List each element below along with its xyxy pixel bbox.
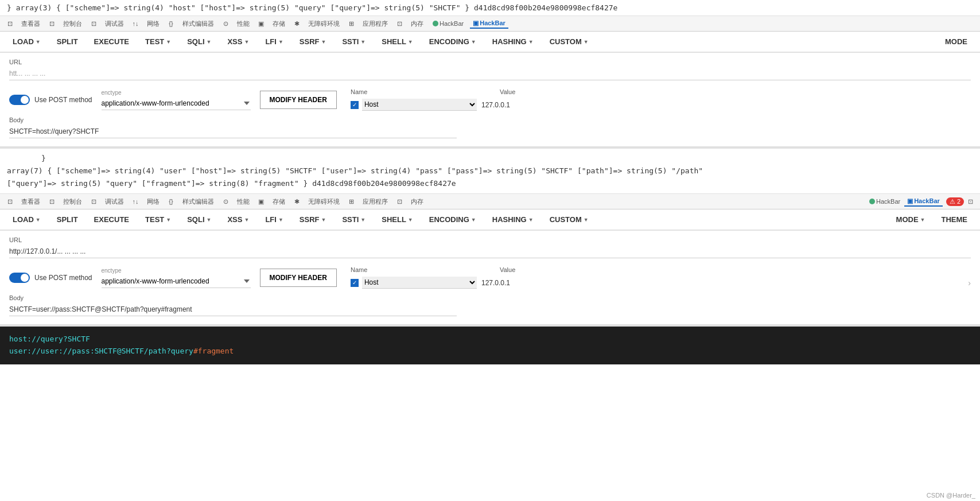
menu-ssti2[interactable]: SSTI ▼ (334, 209, 374, 230)
toggle-label1: Use POST method (34, 96, 92, 104)
menu-encoding1[interactable]: ENCODING ▼ (421, 32, 484, 52)
style-btn[interactable]: 样式编辑器 (180, 19, 217, 29)
body-input2[interactable] (9, 303, 457, 316)
menu-load2[interactable]: LOAD ▼ (5, 209, 49, 230)
viewer-icon2[interactable]: ⊡ (5, 196, 15, 207)
barrier-btn[interactable]: 无障碍环境 (305, 19, 343, 29)
header-table2: Name Value Host 127.0.0.1 › (351, 266, 971, 289)
hackbar-icon-wrap[interactable]: HackBar (430, 20, 466, 28)
chevron-right-icon[interactable]: › (968, 278, 971, 288)
header-row1: Host 127.0.0.1 (351, 99, 971, 111)
menu-mode1[interactable]: MODE (937, 32, 975, 52)
url-input1[interactable] (9, 67, 971, 80)
debug-btn[interactable]: 调试器 (102, 19, 127, 29)
viewer-btn2[interactable]: 查看器 (18, 197, 43, 207)
menu-custom2[interactable]: CUSTOM ▼ (542, 209, 597, 230)
debug-btn2[interactable]: 调试器 (102, 197, 127, 207)
debug-icon[interactable]: ⊡ (88, 18, 99, 29)
hackbar-btn2[interactable]: HackBar (866, 197, 903, 205)
hackbar-active-btn1[interactable]: ▣ HackBar (470, 19, 508, 29)
apps-btn[interactable]: 应用程序 (360, 19, 391, 29)
hackbar-dot2 (869, 199, 875, 204)
url-input2[interactable] (9, 245, 971, 258)
menu-shell2[interactable]: SHELL ▼ (374, 209, 421, 230)
menu-shell1[interactable]: SHELL ▼ (374, 32, 421, 52)
storage-btn[interactable]: 存储 (270, 19, 288, 29)
network-btn[interactable]: 网络 (144, 19, 162, 29)
menu-split2[interactable]: SPLIT (49, 209, 86, 230)
memory-btn[interactable]: 内存 (408, 19, 426, 29)
storage-icon2[interactable]: ▣ (256, 196, 266, 207)
toolbar2: ⊡ 查看器 ⊡ 控制台 ⊡ 调试器 ↑↓ 网络 {} 样式编辑器 ⊙ 性能 ▣ … (0, 194, 980, 209)
memory-btn2[interactable]: 内存 (408, 197, 426, 207)
menu-load1[interactable]: LOAD ▼ (5, 32, 49, 52)
host-checkbox1[interactable] (351, 101, 359, 109)
panel-icon2[interactable]: ⊡ (965, 196, 975, 207)
menu-ssti1[interactable]: SSTI ▼ (334, 32, 374, 52)
modify-header-btn1[interactable]: MODIFY HEADER (260, 91, 337, 109)
viewer-icon[interactable]: ⊡ (5, 18, 15, 29)
control-icon2[interactable]: ⊡ (46, 196, 57, 207)
style-icon[interactable]: {} (166, 18, 176, 29)
barrier-btn2[interactable]: 无障碍环境 (305, 197, 343, 207)
perf-btn2[interactable]: 性能 (234, 197, 252, 207)
memory-icon[interactable]: ⊡ (394, 18, 405, 29)
menu-ssrf2[interactable]: SSRF ▼ (291, 209, 335, 230)
menu-theme2[interactable]: THEME (934, 209, 976, 230)
menu-ssrf1[interactable]: SSRF ▼ (291, 32, 335, 52)
body-label1: Body (9, 116, 971, 123)
code-line2-start: user://user://pass:SHCTF@SHCTF/path?quer… (9, 347, 193, 355)
control-btn2[interactable]: 控制台 (60, 197, 85, 207)
perf-icon2[interactable]: ⊙ (220, 196, 231, 207)
style-btn2[interactable]: 样式编辑器 (180, 197, 217, 207)
menu-execute1[interactable]: EXECUTE (86, 32, 137, 52)
enctype-label1: enctype (102, 90, 251, 96)
control-btn[interactable]: 控制台 (60, 19, 85, 29)
menu-hashing1[interactable]: HASHING ▼ (484, 32, 542, 52)
enctype-select2[interactable]: application/x-www-form-urlencoded (102, 275, 251, 288)
menu-hashing2[interactable]: HASHING ▼ (484, 209, 542, 230)
barrier-icon2[interactable]: ✱ (291, 196, 302, 207)
apps-icon2[interactable]: ⊞ (346, 196, 356, 207)
menubar1: LOAD ▼ SPLIT EXECUTE TEST ▼ SQLI ▼ XSS ▼… (0, 32, 980, 53)
network-btn2[interactable]: 网络 (144, 197, 162, 207)
network-icon2[interactable]: ↑↓ (130, 196, 141, 207)
style-icon2[interactable]: {} (166, 196, 176, 207)
debug-icon2[interactable]: ⊡ (88, 196, 99, 207)
body-input1[interactable] (9, 125, 457, 138)
storage-icon[interactable]: ▣ (256, 18, 266, 29)
host-select2[interactable]: Host (362, 277, 477, 289)
menu-encoding2[interactable]: ENCODING ▼ (421, 209, 484, 230)
apps-icon[interactable]: ⊞ (346, 18, 356, 29)
network-icon[interactable]: ↑↓ (130, 18, 141, 29)
menu-sqli1[interactable]: SQLI ▼ (179, 32, 219, 52)
menu-split1[interactable]: SPLIT (49, 32, 86, 52)
menu-sqli2[interactable]: SQLI ▼ (179, 209, 219, 230)
menu-lfi1[interactable]: LFI ▼ (257, 32, 291, 52)
menu-test2[interactable]: TEST ▼ (137, 209, 179, 230)
menu-custom1[interactable]: CUSTOM ▼ (542, 32, 597, 52)
csdn-credit: CSDN @Harder_ (927, 492, 975, 499)
menu-mode2[interactable]: MODE ▼ (888, 209, 934, 230)
host-select1[interactable]: Host (362, 99, 477, 111)
control-icon[interactable]: ⊡ (46, 18, 57, 29)
menu-execute2[interactable]: EXECUTE (86, 209, 137, 230)
perf-btn[interactable]: 性能 (234, 19, 252, 29)
enctype-select1[interactable]: application/x-www-form-urlencoded (102, 97, 251, 110)
apps-btn2[interactable]: 应用程序 (360, 197, 391, 207)
barrier-icon[interactable]: ✱ (291, 18, 302, 29)
post-toggle1[interactable] (9, 95, 30, 105)
post-toggle2[interactable] (9, 273, 30, 283)
header-table1: Name Value Host 127.0.0.1 (351, 88, 971, 111)
menu-xss1[interactable]: XSS ▼ (219, 32, 257, 52)
menu-test1[interactable]: TEST ▼ (137, 32, 179, 52)
modify-header-btn2[interactable]: MODIFY HEADER (260, 269, 337, 287)
hackbar-active-btn2[interactable]: ▣ HackBar (904, 197, 943, 207)
perf-icon[interactable]: ⊙ (220, 18, 231, 29)
host-checkbox2[interactable] (351, 279, 359, 287)
menu-xss2[interactable]: XSS ▼ (219, 209, 257, 230)
memory-icon2[interactable]: ⊡ (394, 196, 405, 207)
menu-lfi2[interactable]: LFI ▼ (257, 209, 291, 230)
storage-btn2[interactable]: 存储 (270, 197, 288, 207)
viewer-btn[interactable]: 查看器 (18, 19, 43, 29)
